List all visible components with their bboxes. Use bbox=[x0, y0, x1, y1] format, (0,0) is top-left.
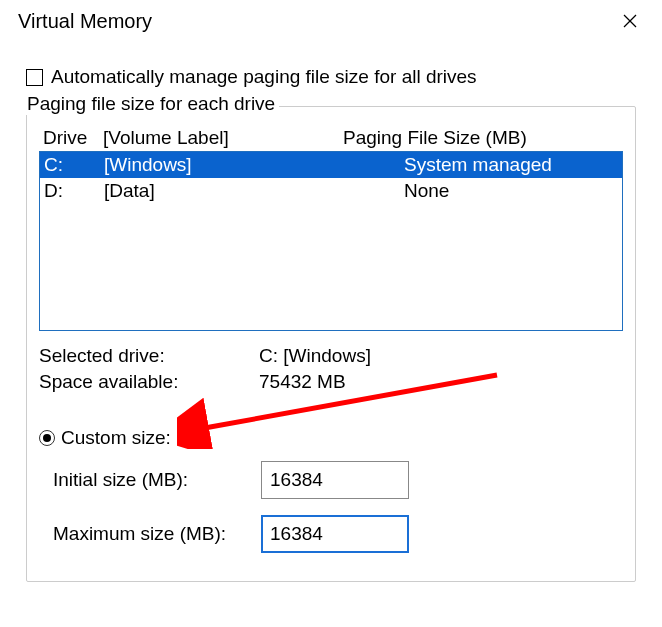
header-volume-label: [Volume Label] bbox=[103, 127, 343, 149]
drive-row-d[interactable]: D: [Data] None bbox=[40, 178, 622, 204]
paging-group: Paging file size for each drive Drive [V… bbox=[26, 106, 636, 582]
radio-dot-icon bbox=[43, 434, 51, 442]
drive-paging-size: None bbox=[404, 178, 618, 204]
initial-size-label: Initial size (MB): bbox=[53, 469, 261, 491]
header-drive: Drive bbox=[43, 127, 103, 149]
drive-listbox[interactable]: C: [Windows] System managed D: [Data] No… bbox=[39, 151, 623, 331]
maximum-size-input[interactable] bbox=[261, 515, 409, 553]
space-available-label: Space available: bbox=[39, 371, 259, 393]
drive-paging-size: System managed bbox=[404, 152, 618, 178]
selected-drive-value: C: [Windows] bbox=[259, 345, 519, 367]
custom-size-label: Custom size: bbox=[61, 427, 171, 449]
drive-volume-label: [Windows] bbox=[104, 152, 404, 178]
initial-size-input[interactable] bbox=[261, 461, 409, 499]
group-caption: Paging file size for each drive bbox=[23, 93, 279, 115]
close-button[interactable] bbox=[610, 6, 650, 36]
close-icon bbox=[623, 14, 637, 28]
auto-manage-checkbox[interactable] bbox=[26, 69, 43, 86]
drive-row-c[interactable]: C: [Windows] System managed bbox=[40, 152, 622, 178]
drive-letter: D: bbox=[44, 178, 104, 204]
selected-drive-label: Selected drive: bbox=[39, 345, 259, 367]
drive-list-headers: Drive [Volume Label] Paging File Size (M… bbox=[39, 121, 623, 151]
header-paging-size: Paging File Size (MB) bbox=[343, 127, 619, 149]
drive-letter: C: bbox=[44, 152, 104, 178]
custom-size-radio[interactable] bbox=[39, 430, 55, 446]
auto-manage-label: Automatically manage paging file size fo… bbox=[51, 66, 477, 88]
maximum-size-label: Maximum size (MB): bbox=[53, 523, 261, 545]
space-available-value: 75432 MB bbox=[259, 371, 519, 393]
drive-volume-label: [Data] bbox=[104, 178, 404, 204]
window-title: Virtual Memory bbox=[18, 10, 152, 33]
